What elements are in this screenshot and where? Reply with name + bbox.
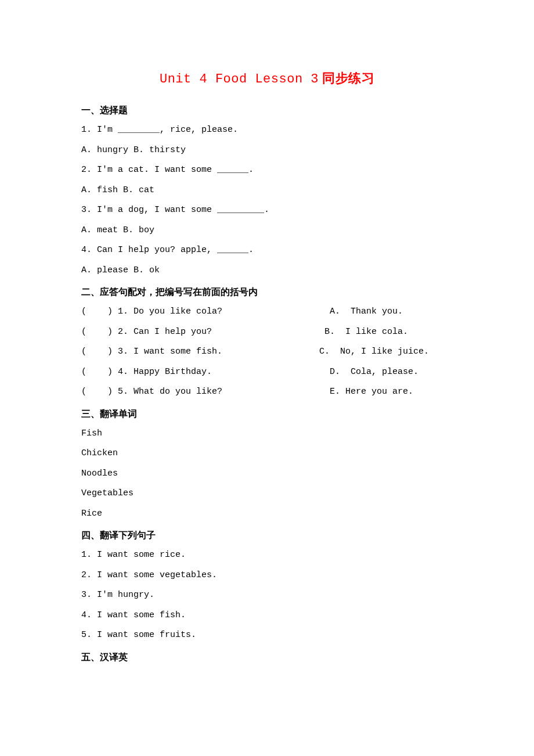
s1-q3-opts: A. meat B. boy bbox=[81, 224, 453, 237]
s1-q1-opts: A. hungry B. thirsty bbox=[81, 144, 453, 157]
match-right: D. Cola, please. bbox=[319, 366, 453, 379]
match-right: C. No, I like juice. bbox=[319, 345, 453, 359]
match-row: ( ) 4. Happy Birthday. D. Cola, please. bbox=[81, 366, 453, 379]
sentence: 3. I'm hungry. bbox=[81, 589, 453, 602]
word: Noodles bbox=[81, 467, 453, 481]
match-left: ( ) 5. What do you like? bbox=[81, 386, 319, 399]
match-left: ( ) 4. Happy Birthday. bbox=[81, 366, 319, 379]
document-page: Unit 4 Food Lesson 3 同步练习 一、选择题 1. I'm _… bbox=[0, 0, 534, 756]
word: Rice bbox=[81, 507, 453, 521]
sentence: 4. I want some fish. bbox=[81, 609, 453, 622]
match-row: ( ) 2. Can I help you? B. I like cola. bbox=[81, 326, 453, 339]
match-left: ( ) 1. Do you like cola? bbox=[81, 305, 319, 319]
title-cn: 同步练习 bbox=[319, 71, 374, 85]
sentence: 5. I want some fruits. bbox=[81, 629, 453, 642]
match-row: ( ) 1. Do you like cola? A. Thank you. bbox=[81, 305, 453, 319]
match-right: B. I like cola. bbox=[319, 326, 453, 339]
s1-q1: 1. I'm ________, rice, please. bbox=[81, 124, 453, 137]
s1-q2-opts: A. fish B. cat bbox=[81, 184, 453, 197]
section1-heading: 一、选择题 bbox=[81, 105, 453, 117]
s1-q4: 4. Can I help you? apple, ______. bbox=[81, 244, 453, 257]
s1-q3: 3. I'm a dog, I want some _________. bbox=[81, 204, 453, 217]
match-right: E. Here you are. bbox=[319, 386, 453, 399]
title-en: Unit 4 Food Lesson 3 bbox=[160, 72, 319, 87]
word: Fish bbox=[81, 427, 453, 441]
word: Vegetables bbox=[81, 487, 453, 501]
sentence: 2. I want some vegetables. bbox=[81, 569, 453, 582]
match-left: ( ) 3. I want some fish. bbox=[81, 345, 319, 359]
s1-q4-opts: A. please B. ok bbox=[81, 264, 453, 278]
section4-heading: 四、翻译下列句子 bbox=[81, 530, 453, 542]
s1-q2: 2. I'm a cat. I want some ______. bbox=[81, 164, 453, 177]
section3-heading: 三、翻译单词 bbox=[81, 408, 453, 420]
match-left: ( ) 2. Can I help you? bbox=[81, 326, 319, 339]
match-right: A. Thank you. bbox=[319, 305, 453, 319]
sentence: 1. I want some rice. bbox=[81, 549, 453, 562]
section2-heading: 二、应答句配对，把编号写在前面的括号内 bbox=[81, 286, 453, 298]
match-row: ( ) 3. I want some fish. C. No, I like j… bbox=[81, 345, 453, 359]
page-title: Unit 4 Food Lesson 3 同步练习 bbox=[81, 70, 453, 87]
match-row: ( ) 5. What do you like? E. Here you are… bbox=[81, 386, 453, 399]
section5-heading: 五、汉译英 bbox=[81, 651, 453, 664]
word: Chicken bbox=[81, 447, 453, 460]
